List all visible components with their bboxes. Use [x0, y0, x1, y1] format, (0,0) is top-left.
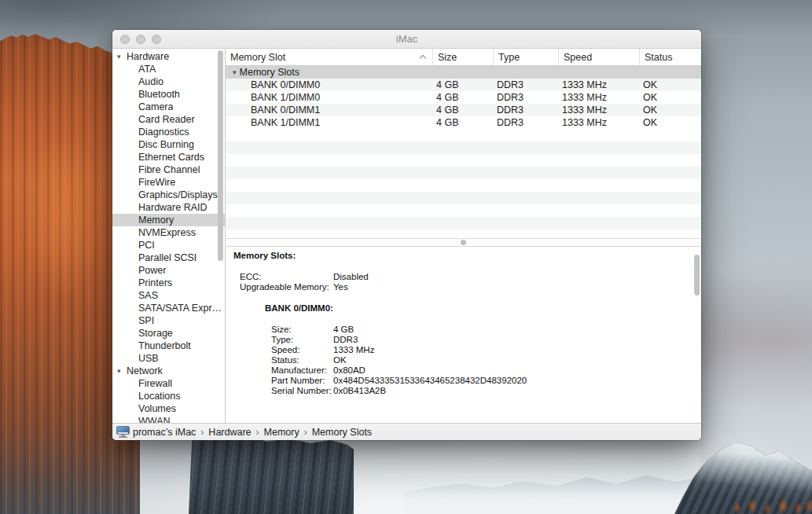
sidebar-item-spi[interactable]: SPI — [112, 314, 225, 327]
sidebar-item-disc-burning[interactable]: Disc Burning — [112, 138, 225, 151]
detail-field-label: Type: — [271, 335, 333, 345]
detail-field-label: Manufacturer: — [271, 365, 333, 376]
close-button[interactable] — [120, 35, 130, 44]
sidebar-item-label: Storage — [138, 327, 173, 340]
minimize-button[interactable] — [136, 35, 145, 44]
sidebar-item-usb[interactable]: USB — [112, 352, 225, 365]
breadcrumb-separator-icon: › — [256, 427, 259, 438]
detail-field-label: Serial Number: — [271, 386, 333, 396]
breadcrumb-separator-icon: › — [200, 427, 204, 438]
detail-field-value: 4 GB — [333, 325, 354, 335]
table-cell: OK — [639, 91, 701, 104]
column-header-speed[interactable]: Speed — [558, 49, 639, 65]
sidebar-item-firewire[interactable]: FireWire — [112, 176, 225, 189]
sidebar-item-label: Bluetooth — [138, 88, 180, 101]
sidebar-item-label: USB — [138, 352, 159, 365]
sidebar-item-nvmexpress[interactable]: NVMExpress — [112, 226, 225, 239]
sidebar-item-parallel-scsi[interactable]: Parallel SCSI — [112, 251, 225, 264]
window-titlebar[interactable]: iMac — [112, 30, 701, 49]
sidebar-item-wwan[interactable]: WWAN — [112, 415, 225, 423]
detail-summary-row: Upgradeable Memory:Yes — [226, 282, 701, 292]
sidebar-item-label: Hardware RAID — [138, 201, 208, 214]
table-cell: OK — [639, 79, 701, 91]
column-header-status[interactable]: Status — [639, 49, 701, 65]
wallpaper-trees — [727, 494, 812, 514]
table-cell: DDR3 — [493, 104, 558, 116]
detail-field-row: Type:DDR3 — [226, 335, 701, 345]
sidebar-item-label: Disc Burning — [138, 138, 194, 151]
table-cell: 4 GB — [432, 79, 493, 91]
sidebar-item-graphics-displays[interactable]: Graphics/Displays — [112, 189, 225, 201]
detail-field-label: Size: — [271, 325, 333, 335]
sidebar-item-diagnostics[interactable]: Diagnostics — [112, 126, 225, 138]
detail-summary-row: ECC:Disabled — [226, 272, 701, 282]
sidebar-item-camera[interactable]: Camera — [112, 101, 225, 113]
sidebar-item-storage[interactable]: Storage — [112, 327, 225, 340]
sidebar-item-printers[interactable]: Printers — [112, 277, 225, 289]
sidebar-item-label: Parallel SCSI — [138, 251, 197, 264]
sidebar-item-label: Memory — [138, 214, 174, 226]
sidebar-item-pci[interactable]: PCI — [112, 239, 225, 251]
sidebar-item-audio[interactable]: Audio — [112, 75, 225, 88]
sidebar-item-firewall[interactable]: Firewall — [112, 377, 225, 390]
zoom-button[interactable] — [152, 35, 161, 44]
column-header-type[interactable]: Type — [493, 49, 558, 65]
sidebar-item-label: Printers — [138, 277, 172, 289]
detail-field-value: 0x80AD — [333, 365, 366, 376]
column-header-label: Speed — [564, 52, 592, 63]
table-cell: 4 GB — [432, 104, 493, 116]
breadcrumb-item-hardware: Hardware — [208, 427, 251, 438]
sidebar-item-ethernet-cards[interactable]: Ethernet Cards — [112, 151, 225, 163]
column-header-size[interactable]: Size — [432, 49, 493, 65]
table-cell: 1333 MHz — [558, 104, 639, 116]
sidebar-item-thunderbolt[interactable]: Thunderbolt — [112, 340, 225, 352]
window-title: iMac — [112, 33, 701, 45]
sidebar-item-label: Ethernet Cards — [138, 151, 204, 163]
sidebar-item-bluetooth[interactable]: Bluetooth — [112, 88, 225, 101]
detail-heading: Memory Slots: — [226, 251, 701, 261]
table-cell: DDR3 — [493, 91, 558, 104]
sidebar-item-sas[interactable]: SAS — [112, 289, 225, 302]
table-cell: 4 GB — [432, 116, 493, 129]
sidebar-item-ata[interactable]: ATA — [112, 63, 225, 75]
disclosure-triangle-icon: ▾ — [233, 66, 237, 79]
sidebar-group-hardware[interactable]: ▾Hardware — [112, 50, 225, 63]
sidebar: ▾HardwareATAAudioBluetoothCameraCard Rea… — [112, 49, 226, 423]
breadcrumb-item-memory: Memory — [264, 427, 299, 438]
sidebar-item-label: NVMExpress — [138, 226, 196, 239]
sidebar-item-label: Fibre Channel — [138, 163, 200, 176]
table-group-row[interactable]: ▾Memory Slots — [226, 66, 701, 79]
system-information-window: iMac ▾HardwareATAAudioBluetoothCameraCar… — [112, 30, 701, 440]
sidebar-item-label: Volumes — [138, 402, 176, 415]
sidebar-item-label: ATA — [138, 63, 156, 75]
sidebar-item-volumes[interactable]: Volumes — [112, 402, 225, 415]
table-row[interactable]: BANK 0/DIMM14 GBDDR31333 MHzOK — [226, 104, 701, 116]
detail-field-label: Speed: — [271, 345, 333, 355]
table-row[interactable]: BANK 1/DIMM04 GBDDR31333 MHzOK — [226, 91, 701, 104]
column-header-label: Size — [438, 52, 457, 63]
sidebar-item-hardware-raid[interactable]: Hardware RAID — [112, 201, 225, 214]
pane-splitter[interactable] — [226, 238, 701, 247]
sidebar-item-label: Power — [138, 264, 166, 277]
detail-field-label: Part Number: — [271, 376, 333, 386]
sidebar-group-network[interactable]: ▾Network — [112, 365, 225, 377]
table-cell: 1333 MHz — [558, 79, 639, 91]
column-header-label: Memory Slot — [230, 52, 285, 63]
detail-field-label: ECC: — [240, 272, 333, 282]
detail-field-row: Manufacturer:0x80AD — [226, 365, 701, 376]
column-header-label: Type — [498, 52, 520, 63]
sidebar-item-memory[interactable]: Memory — [112, 214, 225, 226]
detail-scrollbar[interactable] — [694, 255, 700, 296]
table-row[interactable]: BANK 0/DIMM04 GBDDR31333 MHzOK — [226, 79, 701, 91]
sidebar-item-sata-sata-expr[interactable]: SATA/SATA Expr… — [112, 302, 225, 314]
sidebar-item-label: Locations — [138, 390, 181, 402]
detail-field-value: DDR3 — [333, 335, 358, 345]
table-row[interactable]: BANK 1/DIMM14 GBDDR31333 MHzOK — [226, 116, 701, 129]
sidebar-item-card-reader[interactable]: Card Reader — [112, 113, 225, 126]
sidebar-scrollbar[interactable] — [218, 50, 223, 261]
column-header-memory-slot[interactable]: Memory Slot — [226, 49, 432, 65]
sidebar-item-locations[interactable]: Locations — [112, 390, 225, 402]
detail-bank-heading: BANK 0/DIMM0: — [226, 303, 701, 314]
sidebar-item-fibre-channel[interactable]: Fibre Channel — [112, 163, 225, 176]
sidebar-item-power[interactable]: Power — [112, 264, 225, 277]
